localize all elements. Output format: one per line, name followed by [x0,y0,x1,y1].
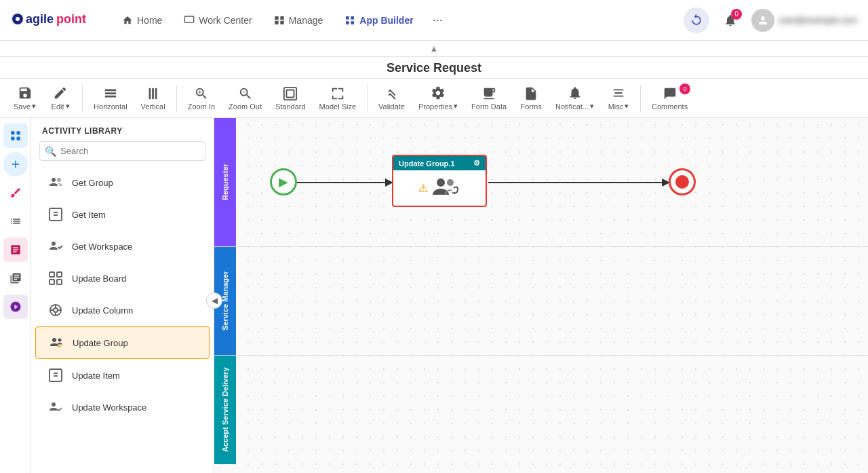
svg-rect-23 [11,137,14,140]
nav-workcenter[interactable]: Work Center [176,11,260,30]
activity-item-update-item[interactable]: Update Item [35,360,210,391]
activity-panel: ACTIVITY LIBRARY 🔍 Get Group [31,118,214,473]
vertical-button[interactable]: Vertical [136,83,171,113]
standard-button[interactable]: Standard [270,83,311,113]
comments-badge: 0 [679,83,690,94]
notifications-button[interactable]: 0 [717,7,743,33]
svg-point-50 [447,179,454,186]
svg-rect-5 [275,16,278,20]
top-navigation: agile point Home Work Center Manage App … [0,0,868,41]
svg-point-42 [58,339,62,342]
end-node-inner [675,175,689,189]
main-layout: ACTIVITY LIBRARY 🔍 Get Group [0,118,868,473]
left-icon-bar [0,118,31,473]
properties-button[interactable]: Properties ▾ [413,83,463,113]
swimlane-requester-content: ▶ Update Group.1 ⚙ ⚠ [236,118,868,246]
page-title: Service Request [0,57,868,79]
analytics-icon-button[interactable] [3,238,28,262]
task-node-body: ⚠ [393,170,486,206]
canvas-wrapper: ◀ Requester [214,118,868,473]
svg-rect-32 [57,272,62,277]
svg-point-36 [54,308,58,312]
svg-rect-33 [50,280,54,284]
save-button[interactable]: Save ▾ [8,83,41,113]
activity-item-get-group[interactable]: Get Group [35,167,210,198]
svg-rect-14 [105,92,117,94]
user-avatar-button[interactable]: user@example.com [751,9,857,32]
indigo-icon-button[interactable] [3,295,28,319]
nav-appbuilder[interactable]: App Builder [336,11,421,30]
search-input[interactable] [39,141,205,161]
svg-rect-7 [275,20,278,24]
activity-item-update-board[interactable]: Update Board [35,263,210,294]
svg-rect-10 [351,16,355,20]
paint-icon-button[interactable] [3,181,28,205]
svg-rect-16 [149,88,151,99]
toolbar-divider-2 [176,85,177,112]
nav-home[interactable]: Home [114,11,170,30]
notifications-toolbar-button[interactable]: Notificat... ▾ [550,83,599,113]
svg-rect-17 [152,88,154,99]
username-label: user@example.com [778,15,857,25]
end-node-circle[interactable] [669,168,696,195]
nav-right-actions: 0 user@example.com [684,7,857,33]
svg-text:point: point [56,12,86,26]
list2-icon-button[interactable] [3,266,28,290]
model-size-button[interactable]: Model Size [314,83,361,113]
get-group-icon [46,173,65,192]
canvas-area[interactable]: Requester [214,118,868,473]
horizontal-button[interactable]: Horizontal [88,83,133,113]
comments-button[interactable]: 0 Comments [646,83,693,113]
grid-icon-button[interactable] [3,124,28,148]
activity-list: Get Group Get Item Get Workspace [31,166,214,473]
misc-button[interactable]: Misc ▾ [602,83,635,113]
collapse-panel-button[interactable]: ◀ [206,292,222,309]
swimlane-service-delivery-label: Accept Service Delivery [214,356,236,464]
nav-manage[interactable]: Manage [266,11,332,30]
end-node[interactable] [669,168,696,195]
canvas-svg-requester [236,118,868,246]
nav-items: Home Work Center Manage App Builder ··· [114,11,684,30]
swimlane-service-delivery: Accept Service Delivery [214,356,868,464]
collapse-arrow[interactable]: ▲ [0,41,868,57]
zoom-in-button[interactable]: Zoom In [182,83,220,113]
activity-library-title: ACTIVITY LIBRARY [31,118,214,141]
validate-button[interactable]: Validate [373,83,410,113]
toolbar-divider-1 [82,85,83,112]
swimlane-container: Requester [214,118,868,473]
app-logo[interactable]: agile point [11,7,92,33]
activity-item-get-item[interactable]: Get Item [35,199,210,230]
update-item-icon [46,366,65,385]
task-node-update-group[interactable]: Update Group.1 ⚙ ⚠ [392,155,487,207]
task-warning-icon: ⚠ [418,182,428,195]
toolbar: Save ▾ Edit ▾ Horizontal Vertical Zoom I… [0,79,868,118]
svg-rect-8 [280,20,283,24]
activity-item-update-workspace[interactable]: Update Workspace [35,392,210,423]
form-data-button[interactable]: Form Data [466,83,512,113]
get-item-icon [46,205,65,224]
svg-point-1 [16,17,20,21]
activity-item-update-column[interactable]: Update Column [35,295,210,326]
task-node-settings-icon[interactable]: ⚙ [473,159,480,168]
svg-rect-4 [185,16,194,22]
start-node-circle[interactable]: ▶ [270,168,297,195]
swimlane-service-manager: Service Manager [214,247,868,356]
zoom-out-button[interactable]: Zoom Out [223,83,267,113]
activity-item-get-workspace[interactable]: Get Workspace [35,231,210,262]
add-icon-button[interactable] [3,152,28,176]
forms-button[interactable]: Forms [515,83,547,113]
svg-rect-13 [105,89,117,91]
swimlane-requester: Requester [214,118,868,247]
start-node[interactable]: ▶ [270,168,297,195]
refresh-icon-button[interactable] [684,7,709,33]
activity-item-update-group[interactable]: Update Group [35,326,210,359]
avatar [751,9,774,32]
edit-button[interactable]: Edit ▾ [44,83,77,113]
svg-rect-20 [287,90,294,97]
task-node-body-wrapper[interactable]: Update Group.1 ⚙ ⚠ [392,155,487,207]
toolbar-divider-4 [640,85,641,112]
svg-point-49 [437,178,445,187]
list-icon-button[interactable] [3,209,28,233]
nav-more-button[interactable]: ··· [427,13,448,27]
svg-rect-15 [105,95,117,97]
